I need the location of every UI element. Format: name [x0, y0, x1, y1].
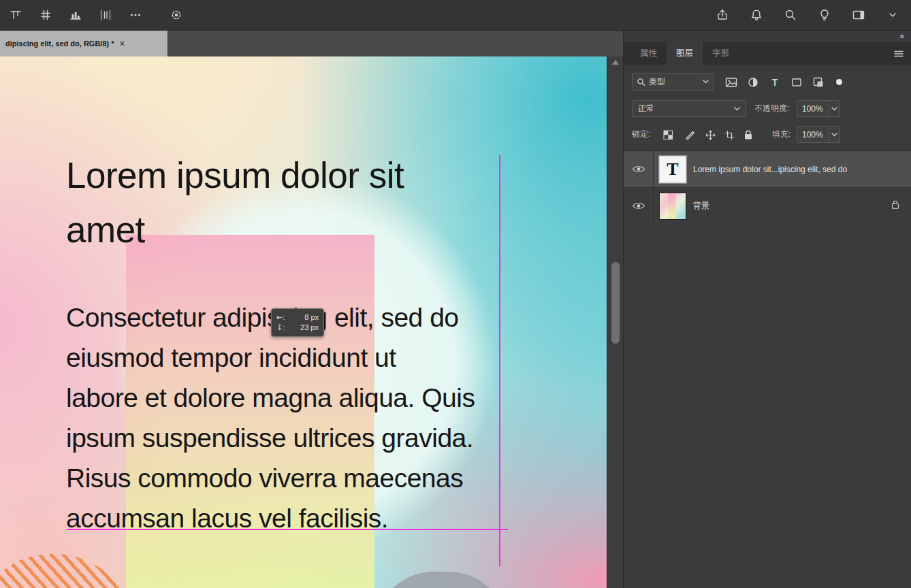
- workspace-icon[interactable]: [848, 5, 869, 25]
- lock-pixels-brush-icon[interactable]: [682, 127, 697, 142]
- layer-row-text[interactable]: T Lorem ipsum dolor sit...ipiscing elit,…: [624, 151, 911, 188]
- text-layer-thumbnail[interactable]: T: [659, 156, 686, 183]
- layers-panel-body: 类型 T 正常 不透明度:: [624, 65, 911, 588]
- guide-vertical: [499, 155, 500, 566]
- tab-glyphs[interactable]: 字形: [703, 42, 739, 65]
- chevron-down-icon[interactable]: [882, 5, 903, 25]
- lock-label: 锁定:: [632, 126, 650, 143]
- layer-name[interactable]: 背景: [693, 200, 709, 212]
- document-tab-bar: dipiscing elit, sed do, RGB/8) * ×: [0, 31, 623, 56]
- share-icon[interactable]: [712, 5, 733, 25]
- opacity-label: 不透明度:: [754, 100, 789, 117]
- chevron-down-icon: [829, 127, 840, 142]
- panel-menu-icon[interactable]: [893, 48, 904, 61]
- dy-value: 23 px: [300, 323, 319, 332]
- fill-dropdown[interactable]: 100%: [797, 126, 840, 143]
- tooltip-dy-row: ↧: 23 px: [276, 323, 319, 332]
- paragraph-line: labore et dolore magna aliqua. Quis: [66, 378, 475, 418]
- layer-name[interactable]: Lorem ipsum dolor sit...ipiscing elit, s…: [693, 165, 847, 174]
- filter-kind-dropdown[interactable]: 类型: [632, 73, 714, 91]
- align-top-icon[interactable]: [5, 5, 26, 25]
- distribute-centers-icon[interactable]: [95, 5, 116, 25]
- lock-artboard-icon[interactable]: [722, 127, 737, 142]
- heading-line: Lorem ipsum dolor sit: [66, 148, 404, 203]
- opacity-value: 100%: [797, 104, 829, 114]
- tooltip-dx-row: ⇤: 8 px: [276, 313, 319, 322]
- chevron-down-icon: [703, 80, 709, 84]
- tab-layers[interactable]: 图层: [667, 42, 703, 65]
- eye-icon: [632, 201, 645, 210]
- scrollbar-thumb[interactable]: [611, 262, 620, 344]
- background-layer-thumbnail[interactable]: [659, 193, 686, 220]
- eye-icon: [632, 165, 645, 174]
- blend-mode-value: 正常: [638, 103, 734, 114]
- gear-icon[interactable]: [166, 5, 187, 25]
- gray-blob-decoration: [373, 572, 509, 588]
- layers-panel: » 属性 图层 字形 类型 T: [623, 31, 911, 588]
- distribute-icon[interactable]: [35, 5, 56, 25]
- chevron-down-icon: [829, 101, 840, 116]
- lock-transparency-icon[interactable]: [660, 127, 675, 142]
- search-icon[interactable]: [780, 5, 801, 25]
- thumbnail-letter: T: [667, 159, 678, 180]
- filter-pixel-layers-icon[interactable]: [723, 74, 739, 91]
- document-title: dipiscing elit, sed do, RGB/8) *: [5, 39, 114, 48]
- dx-value: 8 px: [304, 313, 319, 322]
- bell-icon[interactable]: [746, 5, 767, 25]
- fill-label: 填充:: [772, 126, 790, 143]
- filter-kind-label: 类型: [649, 76, 699, 88]
- blend-mode-dropdown[interactable]: 正常: [632, 100, 746, 117]
- filter-toggle-icon[interactable]: [836, 79, 842, 85]
- filter-shape-layers-icon[interactable]: [788, 74, 805, 91]
- lightbulb-icon[interactable]: [814, 5, 835, 25]
- layer-locked-icon: [891, 199, 900, 212]
- horizontal-measure-icon: ⇤:: [276, 313, 285, 322]
- toolbar-left-group: [5, 5, 187, 25]
- document-tab[interactable]: dipiscing elit, sed do, RGB/8) * ×: [0, 31, 168, 56]
- filter-smart-objects-icon[interactable]: [810, 74, 827, 91]
- canvas[interactable]: Lorem ipsum dolor sit amet Consectetur a…: [0, 56, 607, 588]
- fill-value: 100%: [797, 130, 829, 140]
- search-icon: [637, 78, 645, 86]
- bar-chart-icon[interactable]: [65, 5, 86, 25]
- filter-adjustment-layers-icon[interactable]: [745, 74, 761, 91]
- paragraph-line: Risus commodo viverra maecenas: [66, 458, 475, 498]
- lock-all-icon[interactable]: [741, 127, 756, 142]
- measurement-tooltip: ⇤: 8 px ↧: 23 px: [271, 308, 324, 337]
- striped-decoration: [0, 544, 135, 588]
- scrollbar-up-arrow[interactable]: [612, 60, 619, 65]
- filter-type-layers-icon[interactable]: T: [767, 74, 783, 91]
- lock-position-move-icon[interactable]: [703, 127, 718, 142]
- heading-text-layer: Lorem ipsum dolor sit amet: [66, 148, 404, 257]
- close-tab-icon[interactable]: ×: [120, 39, 125, 48]
- paragraph-line: eiusmod tempor incididunt ut: [66, 338, 475, 378]
- tab-properties[interactable]: 属性: [630, 42, 667, 65]
- guide-horizontal: [67, 529, 508, 530]
- canvas-scrollbar[interactable]: [607, 56, 623, 588]
- panel-tab-bar: 属性 图层 字形: [624, 42, 911, 65]
- paragraph-line: accumsan lacus vel facilisis.: [66, 498, 475, 538]
- collapse-panels-icon[interactable]: »: [899, 31, 904, 42]
- opacity-dropdown[interactable]: 100%: [797, 100, 840, 117]
- layer-row-background[interactable]: 背景: [624, 188, 911, 225]
- photoshop-window: dipiscing elit, sed do, RGB/8) * × Lorem…: [0, 0, 911, 588]
- toolbar-right-group: [712, 5, 903, 25]
- visibility-toggle[interactable]: [624, 151, 654, 187]
- app-toolbar: [0, 0, 911, 31]
- more-options-icon[interactable]: [125, 5, 146, 25]
- heading-line: amet: [66, 203, 404, 257]
- vertical-measure-icon: ↧:: [276, 323, 285, 332]
- chevron-down-icon: [734, 107, 740, 111]
- visibility-toggle[interactable]: [624, 188, 654, 224]
- paragraph-line: ipsum suspendisse ultrices gravida.: [66, 418, 475, 458]
